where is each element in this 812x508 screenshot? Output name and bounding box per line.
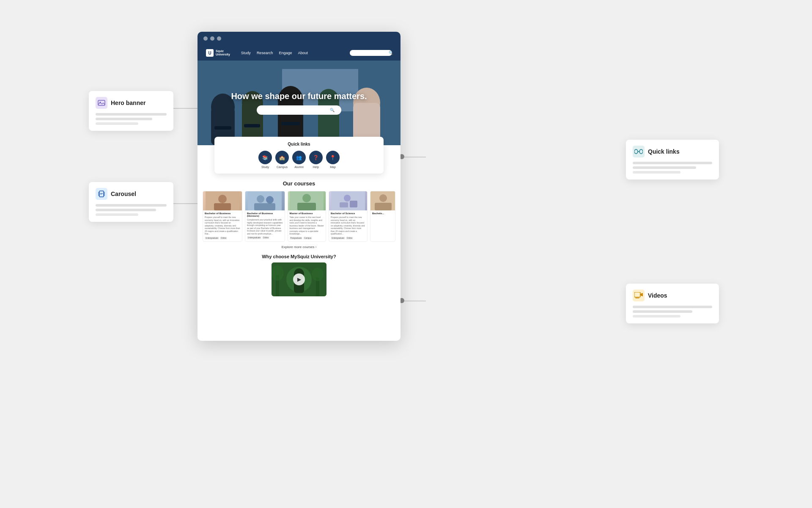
hero-connector-line [173, 108, 199, 109]
hero-banner-icon [98, 99, 105, 107]
quick-links-right-icon [634, 149, 643, 155]
nav-link-research[interactable]: Research [257, 51, 273, 55]
course-card-4[interactable]: Bachelo... [370, 191, 395, 242]
course-tags-3: Undergraduate Online [331, 237, 365, 240]
nav-link-engage[interactable]: Engage [279, 51, 292, 55]
svg-rect-21 [254, 203, 275, 210]
hero-search-input[interactable] [263, 108, 326, 112]
carousel-line-2 [96, 209, 156, 211]
course-img-4 [370, 191, 395, 210]
carousel-connector-line [173, 203, 199, 204]
ql-help-label: Help [313, 166, 319, 168]
ql-map-icon: 📍 [326, 151, 340, 164]
ql-study-icon: 📚 [258, 151, 272, 164]
carousel-card-title: Carousel [111, 190, 136, 197]
ql-right-line-3 [633, 171, 680, 174]
hero-banner-card-title: Hero banner [111, 99, 145, 106]
svg-rect-48 [639, 149, 643, 154]
hero-banner-line-2 [96, 118, 152, 120]
course-name-3: Bachelor of Science [331, 212, 365, 215]
course-tags-2: Postgraduate Campus [290, 237, 324, 240]
videos-right-line-1 [633, 306, 712, 308]
svg-point-23 [302, 194, 311, 202]
course-name-0: Bachelor of Business [205, 212, 240, 215]
carousel-icon [98, 190, 105, 198]
course-tag-2-0: Postgraduate [290, 237, 303, 240]
ql-alumni-icon: 👥 [292, 151, 306, 164]
course-img-2 [288, 191, 326, 210]
ql-study[interactable]: 📚 Study [258, 151, 272, 168]
hero-banner-line-3 [96, 122, 138, 125]
hero-section: How we shape our future matters. 🔍 [198, 61, 401, 145]
hero-banner-card-lines [96, 113, 167, 125]
nav-link-about[interactable]: About [298, 51, 308, 55]
explore-link[interactable]: Explore more courses › [203, 242, 395, 251]
course-img-3 [329, 191, 367, 210]
course-card-2[interactable]: Master of Business Take your career to t… [288, 191, 326, 242]
ql-help-icon: ❓ [309, 151, 323, 164]
course-name-2: Master of Business [290, 212, 324, 215]
course-tag-3-1: Online [346, 237, 353, 240]
browser-dot-yellow [210, 36, 214, 41]
nav-link-study[interactable]: Study [241, 51, 251, 55]
hero-banner-card-header: Hero banner [96, 97, 167, 109]
svg-point-39 [312, 268, 324, 281]
svg-rect-28 [350, 201, 357, 207]
explore-label[interactable]: Explore more courses [282, 245, 315, 249]
why-title: Why choose MySquiz University? [203, 254, 395, 259]
videos-right-title: Videos [648, 292, 667, 299]
videos-right-header: Videos [633, 290, 712, 301]
videos-right-lines [633, 306, 712, 318]
video-thumbnail[interactable]: ▶ [272, 262, 326, 296]
hero-search-bar[interactable]: 🔍 [257, 105, 341, 115]
quick-links-card: Quick links 📚 Study 🏫 Campus 👥 Alumni ❓ … [214, 137, 384, 174]
videos-right-card: Videos [626, 284, 719, 323]
ql-study-label: Study [261, 166, 269, 168]
nav-search-input[interactable] [353, 51, 387, 55]
course-info-4: Bachelo... [370, 210, 395, 218]
ql-help[interactable]: ❓ Help [309, 151, 323, 168]
carousel-line-1 [96, 204, 167, 207]
svg-rect-17 [214, 203, 231, 210]
ql-right-line-2 [633, 166, 696, 169]
ql-alumni-label: Alumni [294, 166, 303, 168]
quick-links-right-card: Quick links [626, 140, 719, 179]
ql-campus[interactable]: 🏫 Campus [275, 151, 289, 168]
course-name-4: Bachelo... [372, 212, 393, 215]
svg-point-16 [218, 195, 227, 203]
course-card-1[interactable]: Bachelor of Business (Honours) Complemen… [245, 191, 285, 242]
carousel-card: Carousel [89, 182, 173, 222]
course-img-svg-4 [370, 191, 395, 210]
course-img-svg-0 [206, 191, 239, 210]
courses-section: Our courses Bachelor of Business Prepare… [198, 174, 401, 251]
svg-rect-12 [214, 126, 231, 130]
svg-point-26 [344, 195, 351, 202]
carousel-card-lines [96, 204, 167, 216]
svg-point-19 [257, 195, 264, 203]
ql-map[interactable]: 📍 Map [326, 151, 340, 168]
svg-marker-51 [640, 293, 643, 296]
course-desc-0: Prepare yourself to meet the new economy… [205, 216, 240, 235]
course-tag-0-1: Online [220, 237, 227, 240]
course-desc-2: Take your career to the next level and d… [290, 216, 324, 235]
course-card-3[interactable]: Bachelor of Science Prepare yourself to … [329, 191, 368, 242]
play-button[interactable]: ▶ [293, 273, 305, 285]
quick-links-right-icon-box [633, 146, 645, 157]
carousel-card-header: Carousel [96, 188, 167, 200]
course-img-0 [203, 191, 242, 210]
hero-search-icon: 🔍 [330, 108, 335, 112]
browser-titlebar [198, 32, 401, 45]
svg-rect-43 [98, 192, 99, 196]
course-tag-0-0: Undergraduate [205, 237, 219, 240]
course-desc-3: Prepare yourself to meet the new economy… [331, 216, 365, 235]
quick-links-icons: 📚 Study 🏫 Campus 👥 Alumni ❓ Help 📍 [221, 151, 377, 168]
course-img-svg-3 [331, 191, 365, 210]
course-tags-0: Undergraduate Online [205, 237, 240, 240]
nav-search[interactable]: 🔍 [350, 50, 392, 56]
svg-rect-13 [244, 124, 260, 127]
course-card-0[interactable]: Bachelor of Business Prepare yourself to… [203, 191, 242, 242]
course-tag-1-0: Undergraduate [247, 236, 261, 239]
course-img-svg-1 [248, 191, 282, 210]
svg-rect-31 [375, 203, 392, 210]
ql-alumni[interactable]: 👥 Alumni [292, 151, 306, 168]
